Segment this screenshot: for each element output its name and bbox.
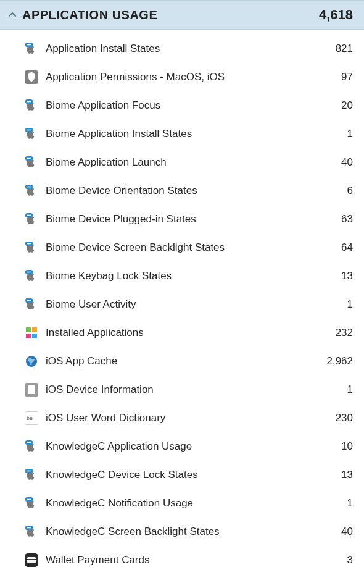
list-item[interactable]: Application Install States821 — [0, 35, 364, 63]
svg-point-14 — [30, 187, 31, 188]
list-item[interactable]: KnowledgeC Screen Backlight States40 — [0, 518, 364, 546]
item-count: 3 — [347, 554, 353, 566]
svg-point-26 — [30, 300, 31, 301]
list-item[interactable]: Biome Keybag Lock States13 — [0, 262, 364, 290]
item-label: Biome User Activity — [46, 298, 341, 311]
svg-point-40 — [27, 471, 28, 472]
svg-point-1 — [28, 44, 30, 46]
section-title: APPLICATION USAGE — [22, 8, 157, 22]
svg-point-41 — [28, 471, 30, 472]
item-count: 1 — [347, 384, 353, 396]
svg-point-46 — [27, 527, 28, 529]
item-count: 20 — [341, 99, 353, 112]
svg-point-16 — [28, 215, 30, 216]
list-item[interactable]: Biome User Activity1 — [0, 290, 364, 319]
svg-point-22 — [28, 272, 30, 273]
svg-rect-34 — [29, 389, 34, 390]
item-label: iOS App Cache — [46, 355, 320, 368]
svg-point-12 — [27, 187, 28, 188]
svg-point-15 — [27, 215, 28, 216]
list-item[interactable]: Biome Application Install States1 — [0, 120, 364, 148]
item-label: Installed Applications — [46, 327, 329, 339]
svg-point-24 — [27, 300, 28, 301]
item-count: 821 — [336, 43, 353, 55]
list-item[interactable]: be iOS User Word Dictionary230 — [0, 404, 364, 432]
item-count: 13 — [341, 270, 353, 282]
item-label: Application Permissions - MacOS, iOS — [46, 71, 335, 83]
svg-rect-27 — [26, 327, 31, 332]
list-item[interactable]: Application Permissions - MacOS, iOS97 — [0, 63, 364, 91]
svg-point-21 — [27, 272, 28, 273]
item-count: 97 — [341, 71, 353, 83]
svg-point-48 — [30, 527, 31, 529]
apple-badge-icon — [25, 440, 38, 453]
apple-badge-icon — [25, 127, 38, 141]
item-count: 1 — [347, 128, 353, 140]
list-item[interactable]: Biome Device Screen Backlight States64 — [0, 233, 364, 262]
item-count: 10 — [341, 440, 353, 453]
list-item[interactable]: iOS Device Information1 — [0, 376, 364, 404]
list-item[interactable]: Biome Application Focus20 — [0, 91, 364, 120]
list-item[interactable]: KnowledgeC Notification Usage1 — [0, 489, 364, 518]
item-count: 1 — [347, 298, 353, 311]
list-item[interactable]: KnowledgeC Device Lock States13 — [0, 461, 364, 489]
items-list: Application Install States821 Applicatio… — [0, 30, 364, 577]
item-label: Biome Application Install States — [46, 128, 341, 140]
list-item[interactable]: Installed Applications232 — [0, 319, 364, 347]
item-count: 2,962 — [326, 355, 353, 368]
item-count: 6 — [347, 185, 353, 197]
apple-badge-icon — [25, 497, 38, 510]
list-item[interactable]: KnowledgeC Application Usage10 — [0, 432, 364, 461]
svg-rect-33 — [29, 387, 34, 388]
svg-text:be: be — [27, 415, 33, 421]
svg-point-8 — [30, 130, 31, 131]
item-count: 40 — [341, 156, 353, 169]
wallet-icon — [25, 553, 38, 567]
permissions-icon — [25, 70, 38, 84]
svg-point-2 — [30, 44, 31, 46]
svg-rect-35 — [29, 391, 32, 392]
item-label: iOS User Word Dictionary — [46, 412, 329, 424]
item-label: Biome Device Plugged-in States — [46, 213, 335, 225]
item-label: KnowledgeC Device Lock States — [46, 469, 335, 481]
item-count: 63 — [341, 213, 353, 225]
item-label: Application Install States — [46, 43, 329, 55]
item-label: iOS Device Information — [46, 384, 341, 396]
device-info-icon — [25, 383, 38, 397]
item-label: KnowledgeC Screen Backlight States — [46, 526, 335, 538]
item-label: Biome Application Focus — [46, 99, 335, 112]
item-count: 232 — [336, 327, 353, 339]
list-item[interactable]: Biome Device Plugged-in States63 — [0, 205, 364, 233]
globe-icon — [25, 355, 38, 368]
svg-point-43 — [27, 499, 28, 500]
list-item[interactable]: iOS App Cache2,962 — [0, 347, 364, 376]
apple-badge-icon — [25, 468, 38, 482]
svg-point-11 — [30, 158, 31, 159]
installed-apps-icon — [25, 326, 38, 340]
svg-point-4 — [28, 101, 30, 103]
svg-point-13 — [28, 187, 30, 188]
item-count: 13 — [341, 469, 353, 481]
apple-badge-icon — [25, 212, 38, 226]
item-label: Biome Device Screen Backlight States — [46, 242, 335, 254]
svg-point-19 — [28, 243, 30, 245]
item-label: Biome Keybag Lock States — [46, 270, 335, 282]
list-item[interactable]: Wallet Payment Cards3 — [0, 546, 364, 574]
list-item[interactable]: Biome Device Orientation States6 — [0, 177, 364, 205]
svg-rect-30 — [32, 334, 37, 338]
item-count: 64 — [341, 242, 353, 254]
apple-badge-icon — [25, 269, 38, 283]
list-item[interactable]: Biome Application Launch40 — [0, 148, 364, 177]
svg-point-42 — [30, 471, 31, 472]
svg-point-10 — [28, 158, 30, 159]
svg-point-3 — [27, 101, 28, 103]
section-header[interactable]: APPLICATION USAGE 4,618 — [0, 0, 364, 30]
svg-point-7 — [28, 130, 30, 131]
apple-badge-icon — [25, 298, 38, 311]
svg-point-20 — [30, 243, 31, 245]
section-count: 4,618 — [319, 7, 353, 23]
svg-point-9 — [27, 158, 28, 159]
svg-point-5 — [30, 101, 31, 103]
svg-rect-28 — [32, 327, 37, 332]
item-label: KnowledgeC Application Usage — [46, 440, 335, 453]
